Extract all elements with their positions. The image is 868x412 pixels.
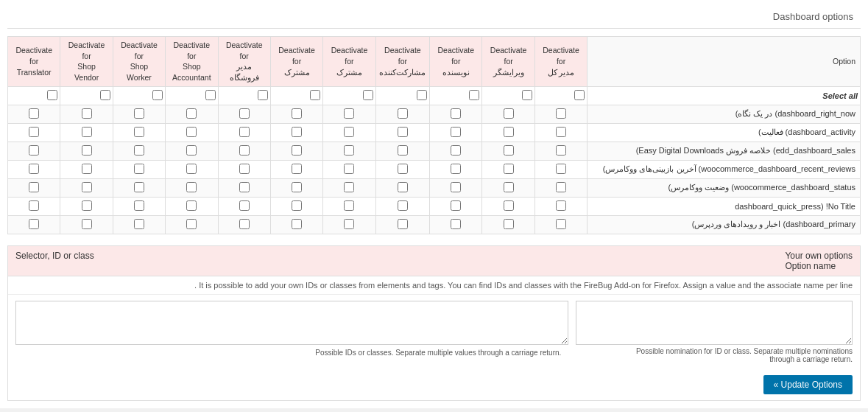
row-checkbox[interactable]	[504, 145, 514, 156]
selector-textarea[interactable]	[15, 301, 568, 345]
checkbox-cell	[534, 215, 587, 234]
row-checkbox[interactable]	[504, 200, 514, 211]
row-checkbox[interactable]	[398, 108, 408, 119]
row-checkbox[interactable]	[186, 164, 197, 174]
row-checkbox[interactable]	[186, 145, 197, 156]
row-checkbox[interactable]	[451, 145, 461, 156]
row-checkbox[interactable]	[134, 108, 144, 119]
row-checkbox[interactable]	[398, 219, 408, 229]
row-checkbox[interactable]	[239, 219, 250, 229]
row-checkbox[interactable]	[239, 164, 250, 174]
select-all-checkbox-shop_worker[interactable]	[152, 90, 163, 100]
row-checkbox[interactable]	[292, 182, 302, 192]
select-all-checkbox-col11[interactable]	[574, 90, 585, 100]
row-checkbox[interactable]	[451, 200, 461, 211]
row-checkbox[interactable]	[29, 182, 39, 192]
row-checkbox[interactable]	[82, 164, 92, 174]
row-checkbox[interactable]	[398, 127, 408, 137]
row-checkbox[interactable]	[504, 164, 514, 174]
row-checkbox[interactable]	[186, 219, 197, 229]
checkbox-cell	[166, 160, 218, 178]
row-checkbox[interactable]	[451, 219, 461, 229]
row-checkbox[interactable]	[398, 145, 408, 156]
row-checkbox[interactable]	[292, 200, 302, 211]
column-header-col10: Deactivate for ویرایشگر	[482, 37, 534, 87]
select-all-checkbox-cell	[113, 86, 165, 105]
select-all-checkbox-translator[interactable]	[47, 90, 57, 100]
row-checkbox[interactable]	[134, 164, 144, 174]
row-checkbox[interactable]	[82, 127, 92, 137]
row-checkbox[interactable]	[239, 108, 250, 119]
row-checkbox[interactable]	[504, 108, 514, 119]
row-checkbox[interactable]	[451, 108, 461, 119]
row-checkbox[interactable]	[451, 127, 461, 137]
row-checkbox[interactable]	[186, 182, 197, 192]
select-all-checkbox-col8[interactable]	[417, 90, 427, 100]
row-checkbox[interactable]	[451, 164, 461, 174]
select-all-checkbox-col7[interactable]	[363, 90, 373, 100]
row-checkbox[interactable]	[82, 182, 92, 192]
row-checkbox[interactable]	[82, 145, 92, 156]
row-checkbox[interactable]	[344, 182, 354, 192]
option-label: dashboard_quick_press) !No Title	[588, 197, 861, 215]
row-checkbox[interactable]	[556, 200, 566, 211]
select-all-checkbox-shop_vendor[interactable]	[100, 90, 110, 100]
row-checkbox[interactable]	[134, 182, 144, 192]
row-checkbox[interactable]	[134, 127, 144, 137]
row-checkbox[interactable]	[556, 219, 566, 229]
row-checkbox[interactable]	[556, 127, 566, 137]
row-checkbox[interactable]	[344, 145, 354, 156]
row-checkbox[interactable]	[82, 219, 92, 229]
checkbox-cell	[270, 160, 322, 178]
row-checkbox[interactable]	[29, 127, 39, 137]
checkbox-cell	[430, 197, 482, 215]
row-checkbox[interactable]	[344, 219, 354, 229]
row-checkbox[interactable]	[186, 108, 197, 119]
update-btn-row: « Update Options	[8, 369, 860, 400]
option-name-textarea[interactable]	[576, 301, 853, 345]
row-checkbox[interactable]	[239, 182, 250, 192]
row-checkbox[interactable]	[186, 200, 197, 211]
row-checkbox[interactable]	[292, 219, 302, 229]
row-checkbox[interactable]	[344, 200, 354, 211]
row-checkbox[interactable]	[134, 219, 144, 229]
select-all-checkbox-shop_manager[interactable]	[258, 90, 268, 100]
row-checkbox[interactable]	[29, 108, 39, 119]
row-checkbox[interactable]	[239, 127, 250, 137]
row-checkbox[interactable]	[504, 219, 514, 229]
row-checkbox[interactable]	[504, 182, 514, 192]
row-checkbox[interactable]	[398, 200, 408, 211]
row-checkbox[interactable]	[504, 127, 514, 137]
row-checkbox[interactable]	[82, 108, 92, 119]
row-checkbox[interactable]	[344, 164, 354, 174]
row-checkbox[interactable]	[556, 164, 566, 174]
row-checkbox[interactable]	[239, 145, 250, 156]
select-all-checkbox-col9[interactable]	[469, 90, 479, 100]
row-checkbox[interactable]	[344, 127, 354, 137]
row-checkbox[interactable]	[344, 108, 354, 119]
select-all-checkbox-col6[interactable]	[310, 90, 320, 100]
row-checkbox[interactable]	[134, 200, 144, 211]
row-checkbox[interactable]	[292, 145, 302, 156]
select-all-checkbox-shop_accountant[interactable]	[205, 90, 216, 100]
row-checkbox[interactable]	[239, 200, 250, 211]
row-checkbox[interactable]	[292, 164, 302, 174]
row-checkbox[interactable]	[292, 127, 302, 137]
row-checkbox[interactable]	[556, 145, 566, 156]
update-options-button[interactable]: « Update Options	[763, 375, 853, 394]
row-checkbox[interactable]	[398, 164, 408, 174]
row-checkbox[interactable]	[29, 200, 39, 211]
row-checkbox[interactable]	[29, 219, 39, 229]
row-checkbox[interactable]	[292, 108, 302, 119]
row-checkbox[interactable]	[451, 182, 461, 192]
row-checkbox[interactable]	[556, 108, 566, 119]
row-checkbox[interactable]	[29, 145, 39, 156]
row-checkbox[interactable]	[398, 182, 408, 192]
row-checkbox[interactable]	[186, 127, 197, 137]
bottom-section: Selector, ID or class Your own options O…	[7, 245, 861, 401]
select-all-checkbox-col10[interactable]	[522, 90, 532, 100]
row-checkbox[interactable]	[29, 164, 39, 174]
row-checkbox[interactable]	[82, 200, 92, 211]
row-checkbox[interactable]	[556, 182, 566, 192]
row-checkbox[interactable]	[134, 145, 144, 156]
